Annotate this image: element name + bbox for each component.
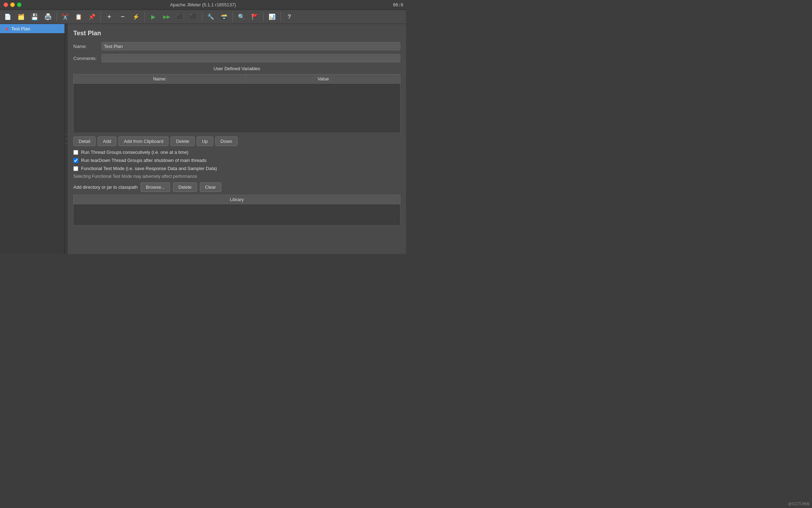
library-table-body[interactable] [74,204,400,225]
toggle-button[interactable]: ⚡ [130,11,142,23]
variables-section-title: User Defined Variables [73,66,400,71]
run-consecutively-label: Run Thread Groups consecutively (i.e. on… [81,150,189,155]
col-header-value: Value [246,74,400,84]
variables-section: User Defined Variables Name: Value [73,66,400,133]
clear-button[interactable]: 🔧 [204,11,217,23]
functional-note: Selecting Functional Test Mode may adver… [73,174,400,179]
search-button[interactable]: 🔍 [235,11,248,23]
toolbar-sep-6 [263,12,264,22]
add-button[interactable]: Add [98,137,116,146]
col-header-name: Name: [74,74,246,84]
name-row: Name: [73,42,400,50]
content-area: Test Plan Name: Comments: User Defined V… [68,24,406,254]
toolbar-sep-1 [56,12,57,22]
collapse-button[interactable]: − [116,11,129,23]
toolbar: 📄 🗂️ 💾 🖨️ ✂️ 📋 📌 + − ⚡ ▶ ▶▶ ⬛ ⬛ 🔧 🗃️ 🔍 🚩… [0,10,406,24]
delete-variable-button[interactable]: Delete [171,137,195,146]
up-button[interactable]: Up [197,137,213,146]
paste-button[interactable]: 📌 [86,11,98,23]
sidebar-item-test-plan[interactable]: 🔺 Test Plan [0,24,64,33]
main-layout: 🔺 Test Plan ⋮⋮⋮ Test Plan Name: Comments… [0,24,406,254]
library-section: Library [73,195,400,225]
toolbar-sep-5 [233,12,233,22]
checkbox-row-1: Run Thread Groups consecutively (i.e. on… [73,150,400,155]
clear-classpath-button[interactable]: Clear [200,182,221,192]
functional-mode-checkbox[interactable] [73,166,78,171]
comments-input[interactable] [102,54,400,62]
save-as-button[interactable]: 🖨️ [42,11,54,23]
sidebar: 🔺 Test Plan [0,24,65,254]
name-label: Name: [73,44,102,49]
open-button[interactable]: 🗂️ [15,11,27,23]
copy-button[interactable]: 📋 [72,11,85,23]
window-title: Apache JMeter (5.1.1 r1855137) [170,2,236,7]
report-button[interactable]: 📊 [266,11,278,23]
save-button[interactable]: 💾 [28,11,41,23]
flag-button[interactable]: 🚩 [248,11,261,23]
detail-button[interactable]: Detail [73,137,96,146]
close-button[interactable] [4,2,8,7]
name-input[interactable] [102,42,400,50]
variables-table-body[interactable] [74,84,400,133]
title-bar: Apache JMeter (5.1.1 r1855137) 00:0 [0,0,406,10]
new-button[interactable]: 📄 [1,11,14,23]
toolbar-sep-7 [281,12,281,22]
resize-handle[interactable]: ⋮⋮⋮ [65,24,68,254]
clear-all-button[interactable]: 🗃️ [218,11,230,23]
test-plan-icon: 🔺 [4,26,9,31]
variables-btn-row: Detail Add Add from Clipboard Delete Up … [73,137,400,146]
help-button[interactable]: ? [283,11,296,23]
run-remote-button[interactable]: ▶▶ [160,11,173,23]
delete-classpath-button[interactable]: Delete [173,182,197,192]
checkbox-row-3: Functional Test Mode (i.e. save Response… [73,166,400,171]
down-button[interactable]: Down [215,137,238,146]
maximize-button[interactable] [17,2,21,7]
toolbar-sep-2 [100,12,101,22]
run-teardown-label: Run tearDown Thread Groups after shutdow… [81,158,207,163]
variables-table: Name: Value [73,74,400,133]
add-from-clipboard-button[interactable]: Add from Clipboard [118,137,168,146]
classpath-label: Add directory or jar to classpath [73,185,138,190]
functional-mode-label: Functional Test Mode (i.e. save Response… [81,166,217,171]
comments-row: Comments: [73,54,400,62]
toolbar-sep-3 [144,12,145,22]
library-table: Library [73,195,400,225]
library-header: Library [74,195,400,204]
minimize-button[interactable] [10,2,15,7]
stop-remote-button[interactable]: ⬛ [187,11,200,23]
timer-display: 00:0 [393,2,403,7]
browse-button[interactable]: Browse... [141,182,170,192]
run-button[interactable]: ▶ [147,11,160,23]
run-consecutively-checkbox[interactable] [73,150,78,155]
run-teardown-checkbox[interactable] [73,158,78,163]
classpath-row: Add directory or jar to classpath Browse… [73,182,400,192]
checkboxes-section: Run Thread Groups consecutively (i.e. on… [73,150,400,179]
expand-button[interactable]: + [103,11,116,23]
toolbar-sep-4 [202,12,202,22]
stop-button[interactable]: ⬛ [174,11,186,23]
traffic-lights [4,2,21,7]
checkbox-row-2: Run tearDown Thread Groups after shutdow… [73,158,400,163]
page-title: Test Plan [73,30,400,37]
comments-label: Comments: [73,56,102,61]
cut-button[interactable]: ✂️ [59,11,72,23]
sidebar-item-label: Test Plan [11,26,30,31]
